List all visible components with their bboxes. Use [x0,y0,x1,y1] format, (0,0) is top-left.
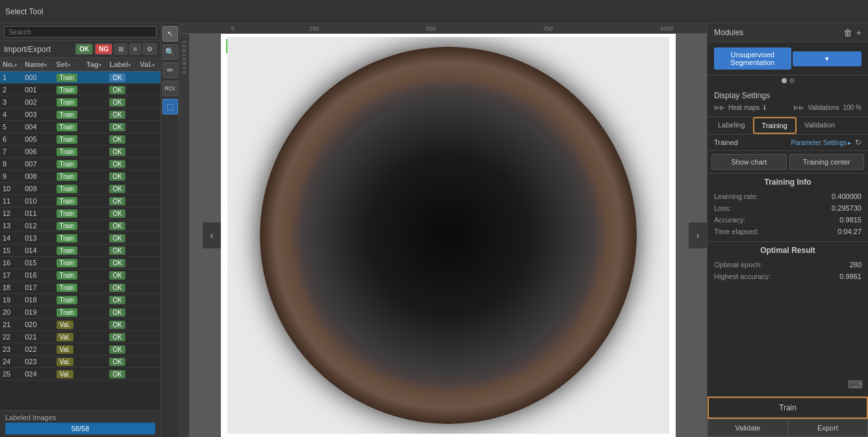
keyboard-icon[interactable]: ⌨ [848,378,863,391]
table-row[interactable]: 15 014 Train OK [0,245,160,257]
export-button[interactable]: Export [787,419,868,437]
cell-set: Train [54,245,84,257]
cell-val [137,331,160,343]
table-row[interactable]: 9 008 Train OK [0,170,160,183]
cell-set: Val. [54,319,84,331]
cell-label: OK [107,257,137,269]
learning-rate-row: Learning rate: 0.400000 [714,191,862,202]
cell-no: 15 [0,245,22,257]
cell-name: 012 [22,220,53,232]
validate-button[interactable]: Validate [708,419,787,437]
active-tool-button[interactable]: ⬚ [162,99,178,114]
cell-no: 12 [0,207,22,220]
tab-validation[interactable]: Validation [797,117,843,134]
cell-name: 008 [22,170,53,183]
toolbar-title: Select Tool [5,7,43,16]
cell-label: OK [107,133,137,146]
grid-view-button[interactable]: ⊞ [114,44,127,55]
cell-tag [84,96,107,109]
module-name-button[interactable]: Unsupervised Segmentation [714,47,791,70]
table-row[interactable]: 10 009 Train OK [0,183,160,195]
display-settings-title: Display Settings [714,91,862,100]
cell-label: OK [107,368,137,380]
table-row[interactable]: 1 000 Train OK [0,72,160,84]
table-row[interactable]: 14 013 Train OK [0,232,160,245]
table-row[interactable]: 5 004 Train OK [0,121,160,133]
labeled-images-label: Labeled Images [5,414,56,421]
table-row[interactable]: 16 015 Train OK [0,257,160,269]
heat-maps-icon: ℹ [763,104,766,111]
cell-tag [84,368,107,380]
table-row[interactable]: 17 016 Train OK [0,269,160,282]
table-row[interactable]: 8 007 Train OK [0,158,160,170]
zoom-tool-button[interactable]: 🔍 [162,44,178,60]
nav-previous-button[interactable]: ‹ [203,222,221,248]
cell-val [137,356,160,368]
show-chart-button[interactable]: Show chart [711,154,787,170]
cell-label: OK [107,84,137,96]
param-settings-arrow: ▸ [848,139,851,146]
table-row[interactable]: 20 019 Train OK [0,306,160,319]
cell-tag [84,84,107,96]
cell-tag [84,331,107,343]
accuracy-row: Accuracy: 0.9815 [714,214,862,226]
brush-tool-button[interactable]: ✏ [162,62,178,78]
table-row[interactable]: 11 010 Train OK [0,195,160,207]
cell-set: Train [54,146,84,158]
table-row[interactable]: 4 003 Train OK [0,109,160,121]
param-settings-link[interactable]: Parameter Settings ▸ [791,139,851,146]
module-dropdown-button[interactable]: ▾ [793,51,862,66]
cell-label: OK [107,232,137,245]
train-button[interactable]: Train [708,397,868,419]
table-row[interactable]: 3 002 Train OK [0,96,160,109]
table-row[interactable]: 13 012 Train OK [0,220,160,232]
table-row[interactable]: 12 011 Train OK [0,207,160,220]
cell-no: 16 [0,257,22,269]
module-selector: Unsupervised Segmentation ▾ [708,42,868,75]
cell-set: Train [54,294,84,306]
delete-module-button[interactable]: 🗑 [843,27,852,38]
cell-set: Train [54,170,84,183]
tab-training[interactable]: Training [753,117,797,134]
labeled-images-bar: Labeled Images 58/58 [0,410,160,437]
add-module-button[interactable]: + [856,27,862,38]
table-row[interactable]: 23 022 Val. OK [0,343,160,356]
training-center-button[interactable]: Training center [789,154,865,170]
cell-label: OK [107,109,137,121]
cell-name: 006 [22,146,53,158]
settings-button[interactable]: ⚙ [143,44,157,55]
select-tool-button[interactable]: ↖ [162,26,178,42]
ok-filter-button[interactable]: OK [75,44,93,55]
table-row[interactable]: 6 005 Train OK [0,133,160,146]
cell-set: Train [54,96,84,109]
table-row[interactable]: 25 024 Val. OK [0,368,160,380]
table-row[interactable]: 7 006 Train OK [0,146,160,158]
table-row[interactable]: 24 023 Val. OK [0,356,160,368]
col-name: Name▾ [22,58,53,72]
roi-tool-button[interactable]: ROI [162,81,178,96]
table-row[interactable]: 21 020 Val. OK [0,319,160,331]
ng-filter-button[interactable]: NG [95,44,112,55]
search-input[interactable] [4,26,157,38]
cell-tag [84,207,107,220]
modules-title: Modules [714,28,743,37]
list-view-button[interactable]: ≡ [129,44,141,55]
tab-labeling[interactable]: Labeling [710,117,753,134]
cell-no: 13 [0,220,22,232]
cell-label: OK [107,207,137,220]
cell-tag [84,220,107,232]
nav-next-button[interactable]: › [689,222,707,248]
cell-name: 022 [22,343,53,356]
table-row[interactable]: 2 001 Train OK [0,84,160,96]
accuracy-value: 0.9815 [839,216,862,224]
cell-tag [84,294,107,306]
cell-val [137,96,160,109]
display-row: ⊳⊳ Heat maps ℹ ⊳⊳ Validations 100 % [714,104,862,111]
table-row[interactable]: 19 018 Train OK [0,294,160,306]
refresh-button[interactable]: ↻ [855,138,862,147]
optimal-epoch-row: Optimal epoch: 280 [714,259,862,271]
table-row[interactable]: 22 021 Val. OK [0,331,160,343]
import-export-label: Import/Export [4,45,51,54]
cell-no: 8 [0,158,22,170]
table-row[interactable]: 18 017 Train OK [0,282,160,294]
